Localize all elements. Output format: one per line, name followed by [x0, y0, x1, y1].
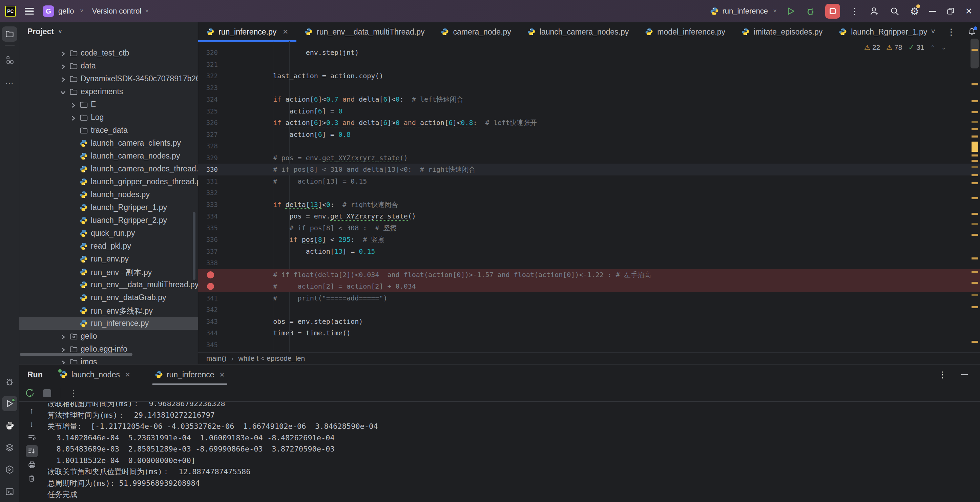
- tree-item[interactable]: launch_gripper_nodes_thread.py: [19, 175, 198, 188]
- chevron-right-icon[interactable]: [59, 346, 67, 354]
- project-panel-header[interactable]: Project ˅: [27, 27, 62, 36]
- tree-vertical-scrollbar[interactable]: [193, 212, 196, 280]
- breakpoint-icon[interactable]: [207, 271, 214, 278]
- code-line[interactable]: 338: [198, 257, 980, 269]
- code-line[interactable]: 325 action[6] = 0: [198, 105, 980, 117]
- run-options-icon[interactable]: ⋮: [938, 370, 947, 380]
- hide-tool-window-icon[interactable]: [961, 374, 968, 375]
- code-editor[interactable]: 320 env.step(jnt)321322 last_action = ac…: [198, 41, 980, 352]
- tree-horizontal-scrollbar[interactable]: [20, 353, 132, 356]
- line-number[interactable]: 345: [198, 339, 218, 351]
- editor-tab[interactable]: run_env__data_multiThread.py: [296, 22, 433, 41]
- tree-item[interactable]: read_pkl.py: [19, 240, 198, 253]
- code-line[interactable]: 331 # action[13] = 0.15: [198, 175, 980, 187]
- code-line[interactable]: # action[2] = action[2] + 0.034: [198, 280, 980, 292]
- code-line[interactable]: 321: [198, 59, 980, 70]
- code-line[interactable]: 342: [198, 304, 980, 316]
- add-user-icon[interactable]: [869, 6, 880, 16]
- line-number[interactable]: 334: [198, 210, 218, 222]
- minimize-button[interactable]: [929, 11, 936, 12]
- python-console-tool-button[interactable]: [2, 418, 17, 433]
- chevron-right-icon[interactable]: [59, 359, 67, 364]
- run-button[interactable]: [787, 7, 795, 16]
- tree-item[interactable]: quick_run.py: [19, 227, 198, 240]
- line-number[interactable]: 332: [198, 187, 218, 199]
- line-number[interactable]: 323: [198, 82, 218, 94]
- tree-item[interactable]: imgs: [19, 356, 198, 364]
- line-number[interactable]: 322: [198, 70, 218, 82]
- line-number[interactable]: 337: [198, 246, 218, 257]
- editor-tab[interactable]: camera_node.py: [433, 22, 519, 41]
- close-tab-icon[interactable]: ✕: [220, 371, 225, 379]
- tree-item[interactable]: launch_camera_nodes_thread.py: [19, 163, 198, 175]
- line-number[interactable]: 333: [198, 199, 218, 211]
- soft-wrap-icon[interactable]: [26, 432, 38, 444]
- line-number[interactable]: 335: [198, 222, 218, 234]
- line-number[interactable]: 329: [198, 152, 218, 164]
- tree-item[interactable]: E: [19, 98, 198, 111]
- tree-item[interactable]: Log: [19, 111, 198, 124]
- version-control-menu[interactable]: Version control ˅: [92, 7, 149, 16]
- restore-window-button[interactable]: [946, 7, 955, 16]
- tree-item[interactable]: run_env.py: [19, 253, 198, 265]
- more-actions-icon[interactable]: ⋮: [850, 6, 859, 17]
- line-number[interactable]: 341: [198, 292, 218, 304]
- line-number[interactable]: 325: [198, 105, 218, 117]
- line-number[interactable]: 328: [198, 140, 218, 152]
- breadcrumb-item[interactable]: while t < episode_len: [239, 354, 305, 362]
- code-line[interactable]: 324 if action[6]<0.7 and delta[6]<0: # l…: [198, 94, 980, 105]
- breakpoint-icon[interactable]: [207, 283, 214, 290]
- code-line[interactable]: 327 action[6] = 0.8: [198, 129, 980, 141]
- project-widget[interactable]: G gello ˅: [43, 5, 83, 17]
- scroll-to-end-icon[interactable]: [26, 445, 38, 457]
- tree-item[interactable]: DynamixelSDK-3450c7078917b262d9b360: [19, 73, 198, 85]
- code-line[interactable]: 329 # pos = env.get_XYZrxryrz_state(): [198, 152, 980, 164]
- clear-console-trash-icon[interactable]: [26, 472, 38, 485]
- rerun-button[interactable]: [24, 388, 34, 398]
- line-number[interactable]: 321: [198, 59, 218, 70]
- print-icon[interactable]: [26, 459, 38, 471]
- code-line[interactable]: # if float(delta[2])<0.034 and float(act…: [198, 269, 980, 281]
- editor-tab[interactable]: imitate_episodes.py: [733, 22, 830, 41]
- tree-item[interactable]: luanch_Rgripper_2.py: [19, 214, 198, 227]
- editor-tab[interactable]: launch_camera_nodes.py: [519, 22, 637, 41]
- code-line[interactable]: 341 # print("=====add====="): [198, 292, 980, 304]
- code-line[interactable]: 330 # if pos[8] < 310 and delta[13]<0: #…: [198, 164, 980, 175]
- tab-options-icon[interactable]: ⋮: [947, 27, 956, 37]
- services-tool-button[interactable]: [2, 440, 17, 455]
- line-number[interactable]: 343: [198, 316, 218, 327]
- editor-scrollbar-thumb[interactable]: [970, 39, 978, 68]
- line-number[interactable]: 324: [198, 94, 218, 105]
- next-occurrence-icon[interactable]: ↓: [26, 418, 38, 430]
- line-number[interactable]: 336: [198, 234, 218, 246]
- line-number[interactable]: 330: [198, 164, 218, 175]
- project-tool-button[interactable]: [2, 26, 17, 42]
- chevron-right-icon[interactable]: [59, 50, 67, 57]
- breadcrumb-item[interactable]: main(): [206, 354, 227, 362]
- tree-item[interactable]: data: [19, 60, 198, 73]
- structure-tool-button[interactable]: [2, 52, 17, 67]
- code-line[interactable]: 333 if delta[13]<0: # right快速闭合: [198, 199, 980, 211]
- code-line[interactable]: 320 env.step(jnt): [198, 47, 980, 59]
- code-line[interactable]: 323: [198, 82, 980, 94]
- tree-item[interactable]: code_test_ctb: [19, 47, 198, 60]
- run-tab[interactable]: launch_nodes ✕: [52, 364, 138, 385]
- line-number[interactable]: 331: [198, 175, 218, 187]
- debug-button[interactable]: [805, 6, 815, 16]
- editor-tab[interactable]: launch_Rgripper_1.py: [830, 22, 935, 41]
- search-icon[interactable]: [889, 6, 900, 16]
- terminal-tool-button[interactable]: [2, 484, 17, 499]
- code-line[interactable]: 345: [198, 339, 980, 351]
- code-line[interactable]: 326 if action[6]>0.3 and delta[6]>0 and …: [198, 117, 980, 129]
- settings-gear-icon[interactable]: ⚙: [910, 5, 919, 17]
- line-number[interactable]: 342: [198, 304, 218, 316]
- run-configuration-selector[interactable]: run_inference ˅: [710, 7, 776, 16]
- code-line[interactable]: 322 last_action = action.copy(): [198, 70, 980, 82]
- console-output[interactable]: 读取相机图片时间为(ms)： 9.968286792236328算法推理时间为(…: [48, 402, 980, 502]
- tree-item[interactable]: gello: [19, 330, 198, 343]
- line-number[interactable]: 320: [198, 47, 218, 59]
- code-line[interactable]: 332: [198, 187, 980, 199]
- code-line[interactable]: 328: [198, 140, 980, 152]
- chevron-right-icon[interactable]: [59, 333, 67, 341]
- main-menu-icon[interactable]: [25, 8, 34, 15]
